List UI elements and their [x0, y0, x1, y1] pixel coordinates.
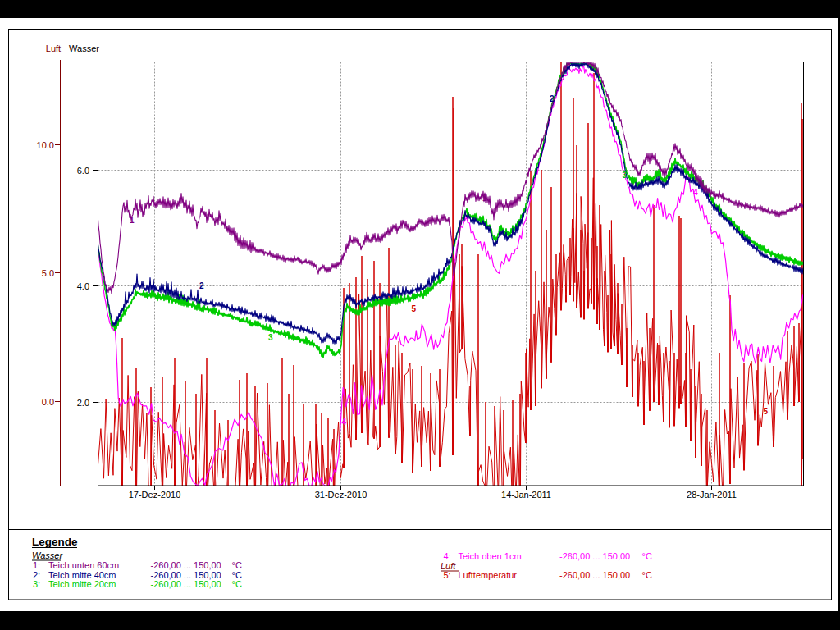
- svg-text:3:: 3:: [33, 579, 40, 589]
- svg-text:1: 1: [482, 194, 487, 203]
- svg-text:Teich unten 60cm: Teich unten 60cm: [48, 560, 119, 570]
- svg-text:3: 3: [623, 171, 628, 180]
- svg-text:5: 5: [412, 304, 417, 313]
- svg-text:-260,00 ... 150,00: -260,00 ... 150,00: [559, 570, 630, 580]
- svg-text:1: 1: [130, 216, 135, 225]
- svg-text:17-Dez-2010: 17-Dez-2010: [129, 490, 181, 500]
- svg-text:1:: 1:: [33, 560, 40, 570]
- svg-text:5.0: 5.0: [42, 268, 54, 278]
- svg-text:Lufttemperatur: Lufttemperatur: [459, 570, 518, 580]
- svg-text:Luft: Luft: [46, 43, 61, 53]
- svg-text:Teich mitte 20cm: Teich mitte 20cm: [48, 579, 116, 589]
- svg-text:14-Jan-2011: 14-Jan-2011: [501, 490, 551, 500]
- svg-text:0.0: 0.0: [42, 397, 54, 407]
- svg-text:Teich oben 1cm: Teich oben 1cm: [459, 551, 522, 561]
- svg-text:3: 3: [268, 333, 273, 342]
- svg-text:2: 2: [550, 94, 555, 103]
- svg-text:4: 4: [693, 188, 698, 197]
- svg-text:°C: °C: [232, 579, 242, 589]
- svg-text:-260,00 ... 150,00: -260,00 ... 150,00: [151, 570, 221, 580]
- svg-text:2:: 2:: [33, 570, 40, 580]
- svg-text:31-Dez-2010: 31-Dez-2010: [315, 490, 368, 500]
- svg-text:Luft: Luft: [441, 561, 456, 571]
- svg-text:-260,00 ... 150,00: -260,00 ... 150,00: [151, 560, 221, 570]
- svg-text:28-Jan-2011: 28-Jan-2011: [687, 490, 737, 500]
- svg-text:4: 4: [342, 418, 347, 427]
- svg-text:-260,00 ... 150,00: -260,00 ... 150,00: [151, 579, 221, 589]
- svg-text:Legende: Legende: [32, 536, 78, 548]
- svg-text:°C: °C: [232, 570, 242, 580]
- svg-text:Teich mitte 40cm: Teich mitte 40cm: [48, 570, 116, 580]
- svg-text:5:: 5:: [444, 570, 451, 580]
- svg-text:2: 2: [199, 281, 204, 290]
- svg-text:4:: 4:: [444, 551, 451, 561]
- svg-text:Wasser: Wasser: [32, 550, 63, 560]
- svg-text:°C: °C: [642, 551, 652, 561]
- svg-text:°C: °C: [232, 560, 242, 570]
- svg-text:Wasser: Wasser: [69, 43, 99, 53]
- svg-text:10.0: 10.0: [37, 140, 54, 150]
- svg-text:6.0: 6.0: [77, 166, 89, 176]
- svg-text:5: 5: [764, 407, 769, 416]
- svg-text:2.0: 2.0: [77, 398, 89, 408]
- svg-text:4.0: 4.0: [77, 281, 89, 291]
- svg-text:°C: °C: [642, 570, 652, 580]
- svg-text:-260,00 ... 150,00: -260,00 ... 150,00: [559, 551, 630, 561]
